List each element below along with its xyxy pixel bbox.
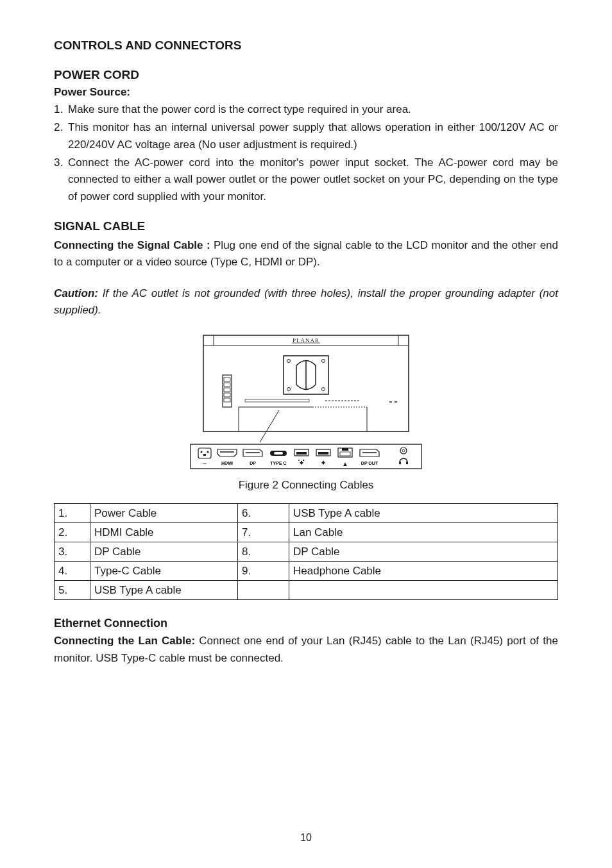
svg-text:▲: ▲ <box>342 460 348 467</box>
svg-point-38 <box>298 460 300 461</box>
svg-point-47 <box>400 447 407 454</box>
caution-text: Caution: If the AC outlet is not grounde… <box>54 285 558 319</box>
svg-rect-13 <box>224 383 230 387</box>
section-title: CONTROLS AND CONNECTORS <box>54 38 558 53</box>
svg-rect-39 <box>303 460 304 461</box>
cell-num: 6. <box>238 504 289 523</box>
cell-name: HDMI Cable <box>90 523 238 542</box>
port-label-dpout: DP OUT <box>361 461 378 465</box>
signal-cable-title: SIGNAL CABLE <box>54 219 558 233</box>
svg-point-28 <box>201 451 203 453</box>
figure-diagram: PLANAR ~ <box>54 330 558 471</box>
signal-body-bold: Connecting the Signal Cable : <box>54 239 210 251</box>
svg-rect-37 <box>296 452 307 455</box>
power-cord-title: POWER CORD <box>54 68 558 82</box>
svg-rect-15 <box>224 393 230 397</box>
cell-name: Lan Cable <box>289 523 558 542</box>
ethernet-title: Ethernet Connection <box>54 617 558 630</box>
svg-point-7 <box>322 360 325 363</box>
cell-num: 5. <box>55 581 90 600</box>
table-row: 3. DP Cable 8. DP Cable <box>55 542 558 562</box>
caution-label: Caution: <box>54 287 98 299</box>
svg-rect-35 <box>274 452 283 455</box>
cable-table: 1. Power Cable 6. USB Type A cable 2. HD… <box>54 503 558 600</box>
cell-name: Power Cable <box>90 504 238 523</box>
cell-name: USB Type A cable <box>289 504 558 523</box>
power-source-subtitle: Power Source: <box>54 86 558 99</box>
port-label-typec: TYPE C <box>270 461 286 465</box>
cell-num: 4. <box>55 562 90 581</box>
svg-rect-16 <box>224 398 230 402</box>
power-source-list: Make sure that the power cord is the cor… <box>54 101 558 205</box>
svg-point-6 <box>287 360 291 363</box>
cell-num: 9. <box>238 562 289 581</box>
cell-num: 8. <box>238 542 289 562</box>
port-label-dp: DP <box>250 461 256 465</box>
svg-rect-50 <box>406 462 408 464</box>
cell-name: Headphone Cable <box>289 562 558 581</box>
cell-num: 3. <box>55 542 90 562</box>
svg-rect-14 <box>224 388 230 392</box>
svg-rect-49 <box>399 462 401 464</box>
svg-rect-44 <box>340 452 350 456</box>
svg-rect-41 <box>318 452 328 455</box>
port-label-hdmi: HDMI <box>221 461 233 465</box>
cell-num: 1. <box>55 504 90 523</box>
svg-line-25 <box>260 410 279 442</box>
ethernet-body: Connecting the Lan Cable: Connect one en… <box>54 633 558 667</box>
list-item: This monitor has an internal universal p… <box>54 119 558 153</box>
page-number: 10 <box>0 832 612 844</box>
table-row: 2. HDMI Cable 7. Lan Cable <box>55 523 558 542</box>
cell-num: 2. <box>55 523 90 542</box>
cell-num: 7. <box>238 523 289 542</box>
svg-point-29 <box>207 451 209 453</box>
table-row: 5. USB Type A cable <box>55 581 558 600</box>
svg-point-9 <box>322 388 325 391</box>
brand-text: PLANAR <box>293 337 319 344</box>
ethernet-body-bold: Connecting the Lan Cable: <box>54 635 195 647</box>
table-row: 1. Power Cable 6. USB Type A cable <box>55 504 558 523</box>
signal-cable-body: Connecting the Signal Cable : Plug one e… <box>54 237 558 271</box>
cell-num <box>238 581 289 600</box>
table-row: 4. Type-C Cable 9. Headphone Cable <box>55 562 558 581</box>
cell-name: DP Cable <box>289 542 558 562</box>
cell-name <box>289 581 558 600</box>
svg-point-8 <box>287 388 291 391</box>
cell-name: Type-C Cable <box>90 562 238 581</box>
cell-name: USB Type A cable <box>90 581 238 600</box>
caution-body: If the AC outlet is not grounded (with t… <box>54 287 558 316</box>
svg-text:~: ~ <box>203 460 207 467</box>
list-item: Make sure that the power cord is the cor… <box>54 101 558 118</box>
svg-rect-30 <box>203 454 206 456</box>
svg-rect-43 <box>342 448 348 451</box>
svg-rect-12 <box>224 378 230 381</box>
cell-name: DP Cable <box>90 542 238 562</box>
svg-rect-27 <box>198 448 211 458</box>
figure-caption: Figure 2 Connecting Cables <box>54 479 558 492</box>
svg-point-48 <box>402 449 405 452</box>
list-item: Connect the AC-power cord into the monit… <box>54 154 558 205</box>
svg-rect-21 <box>245 399 309 402</box>
